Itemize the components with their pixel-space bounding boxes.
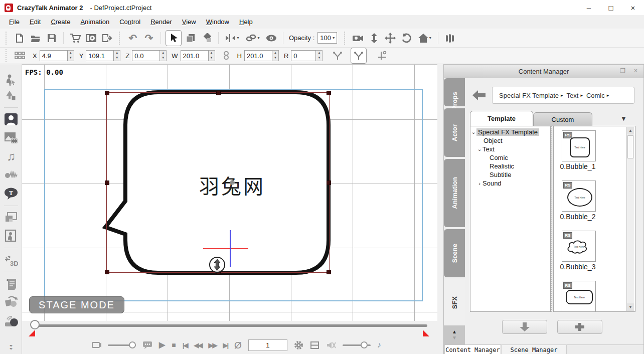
selection-handle[interactable] xyxy=(327,181,331,185)
playback-settings-button[interactable] xyxy=(294,340,303,350)
range-marker-end[interactable] xyxy=(423,330,429,336)
maximize-button[interactable]: □ xyxy=(600,1,622,15)
add-content-button[interactable] xyxy=(557,320,602,334)
script-button[interactable] xyxy=(4,277,18,291)
selection-box[interactable] xyxy=(106,92,330,273)
opacity-select[interactable]: 100▾ xyxy=(317,32,337,44)
breadcrumb-item[interactable]: Comic xyxy=(586,92,605,99)
visibility-button[interactable] xyxy=(264,31,278,45)
caption-button[interactable] xyxy=(142,341,152,349)
play-button[interactable]: ▶ xyxy=(159,341,165,349)
r-input[interactable]: 0 xyxy=(291,50,316,61)
speed-slider[interactable] xyxy=(108,341,136,348)
next-frame-button[interactable]: ▶▶ xyxy=(208,342,216,348)
preview-toggle-button[interactable] xyxy=(91,341,101,349)
pan-view-button[interactable] xyxy=(383,31,397,45)
thumb-bubble-3[interactable]: RS Text Here xyxy=(562,231,596,262)
home-view-button[interactable]: ▾ xyxy=(415,31,433,45)
tree-node-subtitle[interactable]: Subtitle xyxy=(470,170,550,179)
music-button[interactable]: ♫ xyxy=(4,149,18,163)
y-spinner[interactable]: ▲▼ xyxy=(114,50,120,61)
render-style-button[interactable] xyxy=(443,31,457,45)
selection-handle[interactable] xyxy=(327,270,331,274)
side-tab-actor[interactable]: Actor xyxy=(444,108,465,157)
x-input[interactable]: 4.9 xyxy=(40,50,68,61)
z-spinner[interactable]: ▲▼ xyxy=(160,50,167,61)
selection-handle[interactable] xyxy=(105,91,109,95)
menu-help[interactable]: Help xyxy=(234,16,258,28)
link-button[interactable]: ▾ xyxy=(243,31,262,45)
preview-button[interactable] xyxy=(84,31,98,45)
stretch-handle-button[interactable] xyxy=(209,257,225,273)
speed-slider-handle[interactable] xyxy=(129,341,136,348)
tab-template[interactable]: Template xyxy=(470,111,533,126)
head-tool-button[interactable] xyxy=(4,112,18,126)
composer-button[interactable] xyxy=(4,211,18,225)
snap-grid-button[interactable] xyxy=(13,49,27,63)
content-store-button[interactable] xyxy=(68,31,82,45)
scrollbar-thumb[interactable] xyxy=(627,135,633,158)
menu-render[interactable]: Render xyxy=(145,16,177,28)
selection-handle[interactable] xyxy=(327,91,331,95)
mirror-active-button[interactable] xyxy=(351,48,367,64)
mirror-button[interactable] xyxy=(331,49,345,63)
save-project-button[interactable] xyxy=(45,31,59,45)
bottom-tab-scene-manager[interactable]: Scene Manager xyxy=(501,344,567,354)
previous-frame-button[interactable]: ◀◀ xyxy=(194,342,202,348)
breadcrumb-item[interactable]: Text xyxy=(567,92,579,99)
menu-animation[interactable]: Animation xyxy=(75,16,114,28)
tab-custom[interactable]: Custom xyxy=(533,112,592,126)
tree-node-comic[interactable]: Comic xyxy=(470,153,550,162)
breadcrumb[interactable]: Special FX Template▸ Text▸ Comic▸ xyxy=(492,87,634,104)
loop-off-button[interactable]: Ø xyxy=(234,340,242,350)
tree-node-sound[interactable]: ›Sound xyxy=(470,179,550,188)
select-tool-button[interactable] xyxy=(166,30,182,46)
thumb-bubble-4[interactable]: RS Text Here xyxy=(562,281,596,312)
replace-button[interactable] xyxy=(200,31,214,45)
back-button[interactable] xyxy=(472,90,486,101)
volume-slider[interactable] xyxy=(343,341,371,348)
scrollbar-down-icon[interactable]: ▼ xyxy=(627,303,634,311)
menu-control[interactable]: Control xyxy=(114,16,145,28)
scroll-up-icon[interactable]: ▲ xyxy=(452,329,457,334)
mute-button[interactable] xyxy=(326,341,336,349)
menu-view[interactable]: View xyxy=(177,16,201,28)
breadcrumb-item[interactable]: Special FX Template xyxy=(499,92,559,99)
minimize-button[interactable]: – xyxy=(578,1,600,15)
export-button[interactable] xyxy=(100,31,114,45)
last-frame-button[interactable]: ▶| xyxy=(223,342,228,348)
image-media-button[interactable] xyxy=(4,131,18,145)
redo-button[interactable]: ↷ xyxy=(142,31,156,45)
w-spinner[interactable]: ▲▼ xyxy=(209,50,215,61)
panel-header[interactable]: Content Manager ❐ × xyxy=(444,65,643,78)
open-project-button[interactable] xyxy=(29,31,43,45)
y-input[interactable]: 109.1 xyxy=(86,50,114,61)
scrollbar-up-icon[interactable]: ▲ xyxy=(627,127,634,134)
side-tab-sfx[interactable]: SFX xyxy=(444,279,465,326)
close-button[interactable]: × xyxy=(622,1,644,15)
render-media-button[interactable] xyxy=(4,314,18,328)
selection-handle[interactable] xyxy=(105,181,109,185)
menu-edit[interactable]: Edit xyxy=(25,16,46,28)
selection-handle[interactable] xyxy=(105,270,109,274)
timeline-track[interactable] xyxy=(35,324,427,327)
side-tab-props[interactable]: Props xyxy=(444,78,465,106)
duplicate-button[interactable] xyxy=(184,31,198,45)
lock-aspect-button[interactable] xyxy=(219,49,233,63)
scroll-down-icon[interactable]: ▼ xyxy=(452,335,457,340)
pivot-button[interactable] xyxy=(376,49,390,63)
h-spinner[interactable]: ▲▼ xyxy=(272,50,279,61)
timeline-panel-button[interactable] xyxy=(310,341,319,349)
stage-setup-button[interactable] xyxy=(4,229,18,243)
tree-node-text[interactable]: ⌄Text xyxy=(470,145,550,153)
side-tab-scroller[interactable]: ▲ ▼ xyxy=(444,325,465,344)
r-spinner[interactable]: ▲▼ xyxy=(316,50,323,61)
thumb-bubble-1[interactable]: RS Text Here xyxy=(562,130,596,161)
zoom-view-button[interactable] xyxy=(367,31,381,45)
apply-to-stage-button[interactable] xyxy=(502,320,547,334)
tree-node-special-fx-template[interactable]: ⌄Special FX Template xyxy=(470,128,550,136)
text-bubble-button[interactable]: T xyxy=(4,187,18,201)
3d-view-button[interactable]: 3D xyxy=(4,254,18,268)
flip-button[interactable]: ▾ xyxy=(223,31,241,45)
tree-node-realistic[interactable]: Realistic xyxy=(470,162,550,170)
